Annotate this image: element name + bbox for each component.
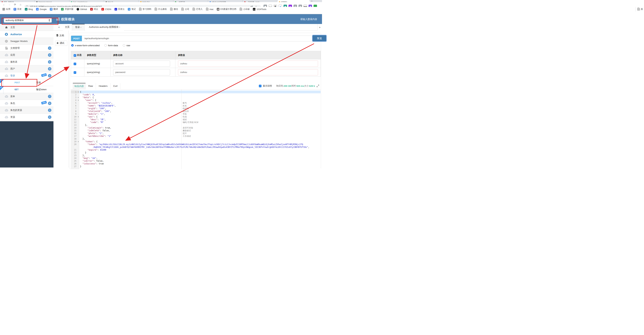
browser-tab[interactable]: …步骤流程… [173, 0, 208, 2]
page-tab-Authorize-authority-权限模块[interactable]: Authorize-authority-权限模块× [85, 24, 124, 30]
fold-arrow-icon[interactable]: ▼ [78, 91, 79, 94]
bookmark-folder[interactable]: 已导入 [192, 8, 203, 11]
bookmark-baidu[interactable]: 百百度 [14, 8, 22, 11]
book-icon: 📖 [217, 8, 220, 10]
show-desc-checkbox[interactable]: ✓ [259, 85, 262, 87]
param-name-input[interactable] [113, 60, 170, 67]
browser-tab-active[interactable]: 权限模块 [277, 0, 310, 2]
browser-tab[interactable]: github pack文件托管… [208, 0, 243, 2]
sidebar-item-label: 登录 [10, 74, 15, 77]
response-tab-响应内容[interactable]: 响应内容 [73, 83, 86, 90]
sidebar-item-Authorize[interactable]: Authorize [0, 31, 54, 38]
browser-tab[interactable]: https://s… [104, 0, 139, 2]
token-p: : [98, 113, 100, 115]
sidebar-item-角色的资源[interactable]: API角色的资源1 [0, 107, 54, 114]
count-badge: 6 [48, 60, 52, 64]
expand-icon[interactable] [317, 85, 319, 87]
bookmark-folder[interactable]: mac [206, 8, 214, 10]
bookmark-folder[interactable]: 小目标 [240, 8, 250, 11]
page-tab-主页[interactable]: 主页 [63, 24, 72, 30]
bookmark-ten24[interactable]: 10 241024Tools [253, 8, 266, 10]
close-tab-icon[interactable]: × [119, 26, 120, 28]
content-type-radio-x-www-form-urlencoded[interactable] [71, 44, 74, 46]
bookmark-translate[interactable]: 译翻译 [50, 8, 58, 11]
bookmark-bing[interactable]: bBing [25, 8, 33, 10]
bookmark-book[interactable]: 📖ES搜索引擎文档 [217, 8, 236, 11]
forward-icon[interactable]: → [8, 2, 11, 6]
token-p [80, 132, 88, 134]
sidebar-item-文档管理[interactable]: 文档管理3 [0, 45, 54, 52]
response-tab-Raw[interactable]: Raw [86, 83, 96, 90]
tabs-overflow-icon[interactable]: » [317, 24, 322, 30]
svg-text:API: API [6, 96, 7, 97]
bookmark-folder[interactable]: 学习资料 [139, 8, 151, 11]
token-k: "user" [85, 99, 92, 102]
param-name-input[interactable] [113, 69, 170, 76]
response-tab-Headers[interactable]: Headers [96, 83, 110, 90]
browser-tab[interactable]: Temporary Interacti… [35, 0, 69, 2]
sidebar-item-Swagger Models[interactable]: Swagger Models [0, 38, 54, 45]
sidebar-item-服务表[interactable]: API服务表6 [0, 58, 54, 66]
reload-icon[interactable]: ⟳ [13, 2, 17, 6]
browser-tab[interactable]: …文件托管（pack）… [243, 0, 277, 2]
response-body-viewer[interactable]: 1▼23▼4▼5678910▼111213141516171819▼202122… [71, 90, 321, 168]
token-p: : { [92, 99, 96, 102]
param-value-input[interactable] [178, 60, 318, 67]
fold-arrow-icon[interactable]: ▼ [78, 96, 79, 99]
side-tab-调试[interactable]: 调试 [55, 40, 67, 46]
page-tab-登录[interactable]: 登录× [72, 24, 85, 30]
side-tab-文档[interactable]: 文档 [55, 33, 67, 38]
sidebar-endpoint-验证token[interactable]: NEWGET验证token [0, 86, 54, 93]
send-request-button[interactable]: 发送 [312, 35, 322, 42]
home-icon[interactable]: ⌂ [19, 2, 22, 6]
sidebar-item-登录[interactable]: API登录NEW2 [0, 72, 54, 79]
bookmark-google[interactable]: GGoogle [36, 8, 46, 10]
google-icon: G [36, 8, 39, 10]
browser-tab[interactable]: Zuul - SampleServer… [69, 0, 104, 2]
bookmark-folder[interactable]: 公司 [181, 8, 189, 11]
code-line: "token": "eyJhbGciOiJSUzI1NiJ9.eyJzdWIiO… [79, 143, 303, 146]
bookmark-gitee[interactable]: G码云 [90, 8, 98, 11]
browser-tab[interactable]: 首页 - 登录/SE… [0, 0, 35, 2]
bookmark-note[interactable]: ✎笔记 [128, 8, 136, 11]
bookmark-oschina[interactable]: C开源中国 [61, 8, 73, 11]
browser-tab[interactable]: Node 命令… [139, 0, 173, 2]
new-tab-button[interactable]: + [310, 0, 314, 2]
param-value-input[interactable] [178, 69, 318, 76]
field-annotation: 删除标记 [183, 129, 191, 132]
response-tab-Curl[interactable]: Curl [110, 83, 120, 90]
sidebar-item-资源[interactable]: API资源6 [0, 114, 54, 120]
bookmark-csdn[interactable]: CCSDN [102, 8, 111, 10]
bookmark-folder[interactable]: 微信 [170, 8, 178, 11]
sidebar-item-用户[interactable]: API用户9 [0, 66, 54, 72]
bookmark-folder[interactable]: 什么都有 [154, 8, 167, 11]
bookmark-baidu-cloud[interactable]: ∞百度云 [114, 8, 125, 11]
fold-arrow-icon[interactable]: ▼ [78, 99, 79, 102]
token-s: "eyJhbGciOiJSUzI1NiJ9.eyJzdWIiOiIyIiwiYW… [99, 143, 303, 146]
sidebar-item-角色[interactable]: API角色NEW8 [0, 100, 54, 107]
content-type-radios: x-www-form-urlencodedform-dataraw [71, 44, 130, 47]
back-icon[interactable]: ← [2, 2, 6, 6]
count-badge: 5 [48, 53, 52, 57]
select-all-checkbox[interactable]: ✓ [74, 54, 76, 57]
param-checkbox[interactable]: ✓ [74, 62, 76, 65]
close-tab-icon[interactable]: × [80, 26, 82, 28]
param-select-cell: ✓ [71, 68, 84, 76]
token-p: : [96, 107, 99, 110]
sidebar-item-label: 应用 [10, 54, 15, 56]
collapse-tabs-icon[interactable]: « [58, 26, 60, 28]
param-checkbox[interactable]: ✓ [74, 71, 76, 74]
content-type-radio-form-data[interactable] [104, 44, 107, 46]
content-type-radio-raw[interactable] [123, 44, 125, 46]
fold-arrow-icon[interactable]: ▼ [78, 140, 79, 143]
fold-arrow-icon[interactable]: ▼ [78, 116, 79, 118]
search-input[interactable]: 请输入搜索内容 [300, 18, 317, 21]
sidebar-item-应用[interactable]: API应用5 [0, 52, 54, 58]
bookmark-apps-grid[interactable]: ⋮⋮应用 [2, 8, 10, 11]
code-line: "user": { [79, 99, 96, 102]
sidebar-item-主页[interactable]: 主页 [0, 24, 54, 31]
token-p [80, 135, 88, 137]
token-p: : { [94, 140, 98, 143]
bookmark-github[interactable]: GitHub [76, 8, 87, 10]
sidebar-item-菜单[interactable]: API菜单7 [0, 93, 54, 100]
